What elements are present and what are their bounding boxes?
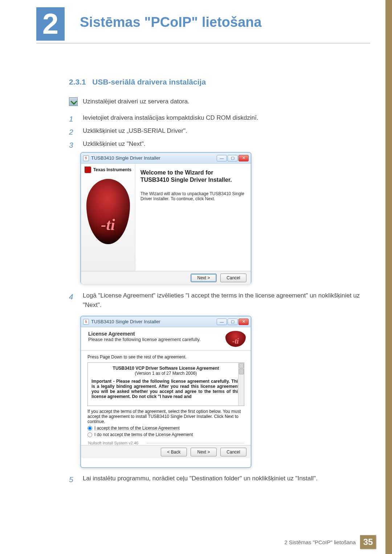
title-underline [36, 43, 370, 44]
radio-reject-input[interactable] [87, 432, 92, 437]
wizard-headline-2: TUSB3410 Single Driver Installer. [140, 177, 246, 183]
window-titlebar[interactable]: ti TUSB3410 Single Driver Installer — ▢ … [81, 153, 251, 164]
app-icon: ti [83, 155, 89, 161]
ti-logo-text: -ti [86, 216, 130, 234]
step-number: 5 [69, 474, 76, 485]
page-number-badge: 35 [360, 535, 376, 549]
license-heading: License Agreement [88, 331, 135, 337]
step-number: 4 [69, 291, 76, 309]
step-number: 2 [69, 126, 76, 138]
window-titlebar[interactable]: ti TUSB3410 Single Driver Installer — ▢ … [81, 316, 251, 327]
radio-reject-label: I do not accept the terms of the License… [94, 432, 193, 437]
wizard-headline-1: Welcome to the Wizard for [140, 169, 246, 176]
step-text: Uzklikšķiniet uz „USB-SERIAL Driver". [83, 126, 187, 138]
scroll-up-icon[interactable] [239, 363, 244, 368]
wizard-sidebar: Texas Instruments -ti [81, 164, 135, 271]
license-text-box[interactable]: TUSB3410 VCP Driver Software License Agr… [87, 362, 244, 406]
footer-text: 2 Sistēmas "PCoIP" lietošana [284, 539, 356, 545]
radio-accept-label: I accept the terms of the License Agreem… [94, 426, 180, 431]
scrollbar[interactable] [238, 363, 244, 406]
section-title: USB-seriālā draivera instalācija [92, 78, 206, 86]
ti-logo-large: -ti [86, 179, 130, 244]
window-title: TUSB3410 Single Driver Installer [91, 319, 160, 324]
app-icon: ti [83, 319, 89, 325]
license-body: Important - Please read the following li… [91, 379, 240, 399]
license-hint: Press Page Down to see the rest of the a… [87, 354, 244, 360]
back-button[interactable]: < Back [161, 448, 187, 456]
section-number: 2.3.1 [69, 78, 86, 86]
maximize-button[interactable]: ▢ [228, 155, 238, 161]
note-text: Uzinstalējiet draiveri uz servera datora… [83, 98, 189, 105]
section-heading: 2.3.1 USB-seriālā draivera instalācija [69, 78, 206, 86]
step-text: Logā "License Agreement" izvēlieties "I … [83, 291, 370, 309]
license-subheading: Please read the following license agreem… [88, 337, 201, 342]
radio-reject[interactable]: I do not accept the terms of the License… [87, 432, 244, 437]
step-text: Lai instalētu programmu, norādiet ceļu "… [83, 474, 318, 485]
chapter-title: Sistēmas "PCoIP" lietošana [80, 15, 262, 30]
accept-hint: If you accept the terms of the agreement… [87, 409, 244, 424]
next-button[interactable]: Next > [191, 274, 217, 282]
minimize-button[interactable]: — [217, 319, 227, 325]
radio-accept[interactable]: I accept the terms of the License Agreem… [87, 426, 244, 431]
cancel-button[interactable]: Cancel [220, 448, 246, 456]
next-button[interactable]: Next > [191, 448, 217, 456]
installer-wizard-window: ti TUSB3410 Single Driver Installer — ▢ … [81, 152, 251, 284]
step-number: 3 [69, 139, 76, 151]
maximize-button[interactable]: ▢ [228, 319, 238, 325]
cancel-button[interactable]: Cancel [220, 274, 246, 282]
installer-license-window: ti TUSB3410 Single Driver Installer — ▢ … [81, 316, 251, 468]
license-title: TUSB3410 VCP Driver Software License Agr… [113, 366, 219, 371]
ti-logo-small [225, 331, 246, 347]
page-right-accent [385, 0, 392, 554]
installer-system-version: Nullsoft Install System v2.46 [88, 441, 244, 445]
radio-accept-input[interactable] [87, 426, 92, 431]
wizard-description: The Wizard will allow to unpackage TUSB3… [140, 191, 246, 201]
close-button[interactable]: ✕ [238, 155, 249, 161]
page-footer: 2 Sistēmas "PCoIP" lietošana 35 [284, 535, 376, 549]
brand-label: Texas Instruments [93, 167, 131, 172]
scroll-thumb[interactable] [239, 369, 244, 374]
chapter-number-badge: 2 [36, 7, 65, 41]
step-text: Ievietojiet draivera instalācijas kompak… [83, 113, 258, 125]
step-number: 1 [69, 113, 76, 125]
note-row: Uzinstalējiet draiveri uz servera datora… [69, 97, 189, 106]
close-button[interactable]: ✕ [238, 319, 249, 325]
step-5: 5 Lai instalētu programmu, norādiet ceļu… [69, 474, 370, 491]
ti-chip-icon [85, 167, 91, 173]
license-version: (Version 1 as of 27 March 2006) [91, 371, 240, 376]
step-text: Uzklikšķiniet uz "Next". [83, 139, 146, 151]
note-icon [69, 97, 78, 106]
window-title: TUSB3410 Single Driver Installer [91, 155, 160, 161]
minimize-button[interactable]: — [217, 155, 227, 161]
step-4: 4 Logā "License Agreement" izvēlieties "… [69, 291, 370, 315]
divider [81, 350, 251, 351]
